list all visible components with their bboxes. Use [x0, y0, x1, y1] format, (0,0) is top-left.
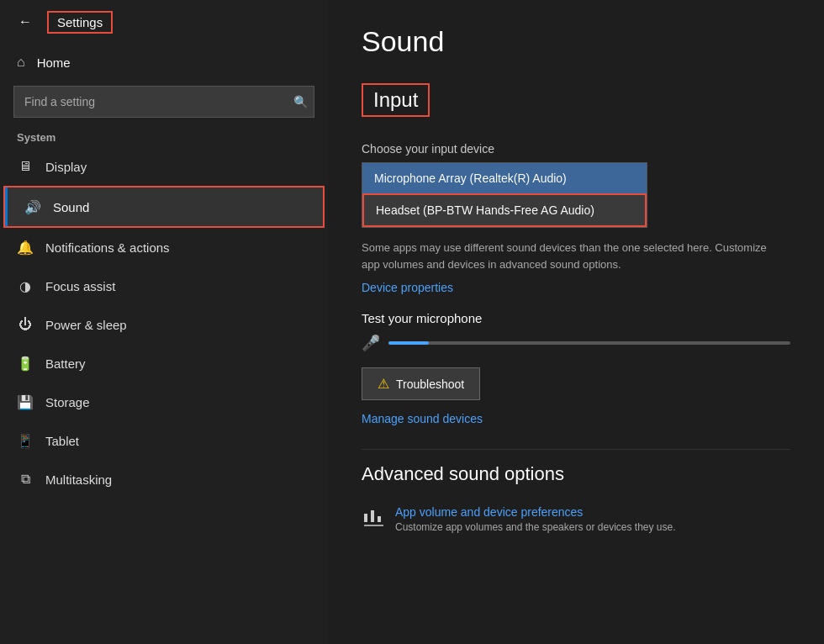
advanced-section: Advanced sound options App volume and de… [362, 463, 790, 541]
advanced-item-app-volume: App volume and device preferences Custom… [362, 499, 790, 541]
system-section-label: System [0, 126, 328, 147]
choose-device-label: Choose your input device [362, 142, 790, 156]
app-volume-icon [362, 507, 383, 534]
section-divider [362, 449, 790, 450]
input-info-text: Some apps may use different sound device… [362, 240, 782, 272]
sidebar-item-display[interactable]: 🖥 Display [0, 147, 328, 186]
sidebar-item-power-label: Power & sleep [45, 318, 127, 332]
sidebar-item-sound[interactable]: 🔊 Sound [5, 187, 323, 226]
sidebar-item-sound-label: Sound [53, 200, 89, 214]
sidebar-item-multitasking-label: Multitasking [45, 472, 112, 487]
test-microphone-label: Test your microphone [362, 311, 790, 325]
main-content: Sound Input Choose your input device Mic… [328, 0, 824, 644]
advanced-item-app-volume-text: App volume and device preferences Custom… [395, 505, 676, 533]
microphone-icon: 🎤 [362, 334, 380, 352]
sidebar-item-battery-label: Battery [45, 356, 86, 371]
troubleshoot-button[interactable]: ⚠ Troubleshoot [362, 367, 480, 400]
sidebar-item-home[interactable]: ⌂ Home [0, 44, 328, 81]
sidebar-item-multitasking[interactable]: ⧉ Multitasking [0, 460, 328, 499]
app-volume-description: Customize app volumes and the speakers o… [395, 521, 676, 533]
display-icon: 🖥 [17, 159, 34, 174]
focus-icon: ◑ [17, 278, 34, 294]
svg-rect-2 [378, 516, 381, 522]
input-device-dropdown[interactable]: Microphone Array (Realtek(R) Audio) Head… [362, 162, 647, 228]
search-icon: 🔍 [293, 95, 308, 108]
tablet-icon: 📱 [17, 433, 34, 449]
sidebar-item-focus-label: Focus assist [45, 279, 115, 293]
sound-box-border: 🔊 Sound [3, 186, 325, 228]
sidebar-item-focus[interactable]: ◑ Focus assist [0, 267, 328, 305]
home-icon: ⌂ [17, 55, 25, 70]
mic-level-fill [388, 341, 429, 345]
input-section: Input Choose your input device Microphon… [362, 83, 790, 425]
sound-icon: 🔊 [24, 199, 41, 215]
dropdown-option-headset[interactable]: Headset (BP-BTW Hands-Free AG Audio) [362, 193, 647, 227]
input-section-title: Input [362, 83, 430, 117]
device-properties-link[interactable]: Device properties [362, 281, 790, 294]
sidebar-item-notifications-label: Notifications & actions [45, 240, 170, 255]
sidebar-item-power[interactable]: ⏻ Power & sleep [0, 305, 328, 344]
troubleshoot-icon: ⚠ [378, 376, 389, 392]
mic-level-track [388, 341, 790, 345]
sidebar-item-notifications[interactable]: 🔔 Notifications & actions [0, 228, 328, 267]
sidebar-item-tablet[interactable]: 📱 Tablet [0, 421, 328, 460]
battery-icon: 🔋 [17, 356, 34, 372]
mic-level-container: 🎤 [362, 334, 790, 352]
search-box: 🔍 [13, 86, 314, 118]
app-volume-link[interactable]: App volume and device preferences [395, 505, 676, 519]
dropdown-options-list: Microphone Array (Realtek(R) Audio) Head… [362, 162, 647, 228]
page-title: Sound [362, 25, 790, 58]
svg-rect-0 [364, 514, 367, 522]
svg-rect-1 [371, 510, 374, 522]
multitasking-icon: ⧉ [17, 472, 34, 487]
search-input[interactable] [13, 86, 314, 118]
search-icon-button[interactable]: 🔍 [293, 95, 308, 108]
back-icon: ← [18, 14, 32, 29]
back-button[interactable]: ← [13, 10, 37, 34]
troubleshoot-label: Troubleshoot [396, 377, 464, 391]
sidebar-item-tablet-label: Tablet [45, 434, 79, 448]
advanced-section-title: Advanced sound options [362, 463, 790, 485]
power-icon: ⏻ [17, 317, 34, 332]
sidebar-item-storage[interactable]: 💾 Storage [0, 383, 328, 421]
dropdown-option-microphone[interactable]: Microphone Array (Realtek(R) Audio) [362, 163, 647, 193]
sidebar-header: ← Settings [0, 0, 328, 44]
notifications-icon: 🔔 [17, 240, 34, 256]
settings-title: Settings [47, 11, 113, 34]
sidebar-item-storage-label: Storage [45, 395, 90, 409]
storage-icon: 💾 [17, 394, 34, 410]
sidebar-item-display-label: Display [45, 160, 87, 174]
sidebar: ← Settings ⌂ Home 🔍 System 🖥 Display 🔊 S… [0, 0, 328, 644]
manage-sound-devices-link[interactable]: Manage sound devices [362, 412, 790, 425]
home-label: Home [37, 55, 71, 70]
sidebar-item-battery[interactable]: 🔋 Battery [0, 344, 328, 383]
